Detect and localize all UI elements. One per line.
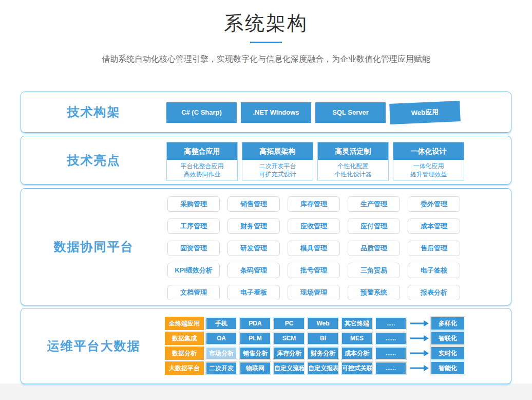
bigdata-chip: 成本分析 [341,347,372,359]
bigdata-chip: 销售分析 [240,347,271,359]
bigdata-chip-ellipsis: ...... [375,362,406,374]
highlight-card-body: 二次开发平台 可扩充式设计 [242,161,313,180]
highlight-card-line: 个性化配置 [318,162,388,170]
highlight-card-line: 二次开发平台 [242,162,313,170]
footer-strip [0,384,532,400]
bigdata-chip: 自定义报表 [308,362,338,374]
bigdata-chip: 其它终端 [341,317,372,330]
highlights-label: 技术亮点 [21,136,166,184]
highlight-card-title: 一体化设计 [393,142,464,161]
bigdata-chip: 可控式关联 [341,362,372,374]
bigdata-chip: 自定义流程 [274,362,305,374]
highlight-card-integration: 高整合应用 平台化整合应用 高效协同作业 [166,142,238,180]
highlight-card-title: 高整合应用 [167,142,237,161]
bigdata-chip-ellipsis: ...... [375,332,406,344]
tech-item-csharp: C# (C Sharp) [166,102,237,123]
module-chip: 条码管理 [227,263,280,278]
bigdata-chip: SCM [274,332,305,344]
highlight-card-title: 高灵活定制 [318,142,388,161]
highlights-panel: 技术亮点 高整合应用 平台化整合应用 高效协同作业 高拓展架构 二次开发平台 可… [21,136,511,185]
bigdata-row-integration: 数据集成 OA PLM SCM BI MES ...... 智联化 [165,332,465,345]
module-chip: 售后管理 [408,241,460,256]
module-chip: 销售管理 [227,196,280,212]
bigdata-chip: 手机 [206,317,237,330]
bigdata-row-platform: 大数据平台 二次开发 物联网 自定义流程 自定义报表 可控式关联 ...... … [165,361,465,375]
module-chip: 电子看板 [227,285,280,300]
bigdata-chip: 市场分析 [206,347,237,359]
bigdata-result: 多样化 [431,317,465,330]
page-subtitle: 借助系统自动化核心管理引擎，实现数字化与信息化深度融合，为企业数值化管理应用赋能 [0,54,532,65]
tech-item-sqlserver: SQL Server [315,102,386,123]
module-grid: 采购管理 销售管理 库存管理 生产管理 委外管理 工序管理 财务管理 应收管理 … [167,196,460,300]
highlight-card-title: 高拓展架构 [242,142,313,161]
module-chip: 应付管理 [348,219,400,234]
module-chip: 固资管理 [167,241,220,256]
bigdata-row-tag: 大数据平台 [165,361,204,375]
highlight-card-extension: 高拓展架构 二次开发平台 可扩充式设计 [242,142,313,180]
bigdata-chip: OA [206,332,237,344]
highlight-card-line: 一体化应用 [393,162,464,170]
highlight-card-flexibility: 高灵活定制 个性化配置 个性化设计器 [317,142,389,180]
bigdata-chip-ellipsis: ...... [375,347,406,359]
module-chip: 模具管理 [288,241,340,256]
module-chip: 采购管理 [167,196,220,212]
bigdata-result: 智能化 [431,361,465,375]
arrow-right-icon [410,320,429,326]
bigdata-chip: 库存分析 [274,347,305,359]
bigdata-chip: 财务分析 [308,347,338,359]
bigdata-chip: PDA [240,317,271,330]
module-chip: 预警系统 [348,285,400,300]
bigdata-row-tag: 全终端应用 [165,317,204,330]
module-chip: 研发管理 [227,241,280,256]
module-chip: 批号管理 [288,263,340,278]
tech-stack-panel: 技术构架 C# (C Sharp) .NET Windows SQL Serve… [21,92,511,133]
bigdata-chip: MES [341,332,372,344]
bigdata-result: 实时化 [431,347,465,360]
platform-label: 数据协同平台 [21,189,166,305]
module-chip: 工序管理 [167,219,220,234]
arrow-right-icon [410,365,429,371]
highlight-card-line: 个性化设计器 [318,170,388,178]
bigdata-row-tag: 数据分析 [165,347,204,360]
module-chip: 品质管理 [348,241,400,256]
module-chip: 报表分析 [408,285,460,300]
bigdata-row-tag: 数据集成 [165,332,204,345]
module-chip: 现场管理 [288,285,340,300]
tech-stack-buttons: C# (C Sharp) .NET Windows SQL Server Web… [166,102,460,123]
bigdata-panel: 运维平台大数据 全终端应用 手机 PDA PC Web 其它终端 ..... 多… [21,308,511,384]
bigdata-row-terminals: 全终端应用 手机 PDA PC Web 其它终端 ..... 多样化 [165,317,465,330]
arrow-right-icon [410,335,429,341]
bigdata-result: 智联化 [431,332,465,345]
module-chip: 库存管理 [288,196,340,212]
platform-panel: 数据协同平台 采购管理 销售管理 库存管理 生产管理 委外管理 工序管理 财务管… [21,188,511,305]
tech-stack-label: 技术构架 [21,92,166,132]
module-chip: 生产管理 [348,196,400,212]
bigdata-chip: 二次开发 [206,362,237,374]
module-chip: 成本管理 [408,219,460,234]
highlight-card-body: 平台化整合应用 高效协同作业 [167,161,237,180]
title-underline [250,42,282,43]
bigdata-chip-ellipsis: ..... [375,317,406,330]
bigdata-chip: Web [308,317,338,330]
module-chip: 财务管理 [227,219,280,234]
module-chip: 文档管理 [167,285,220,300]
highlight-card-line: 提升管理效益 [393,170,464,178]
module-chip: KPI绩效分析 [167,263,220,278]
bigdata-chip: PC [274,317,305,330]
module-chip: 三角贸易 [348,263,400,278]
module-chip: 应收管理 [288,219,340,234]
module-chip: 电子签核 [408,263,460,278]
highlight-card-body: 一体化应用 提升管理效益 [393,161,464,180]
highlight-card-line: 平台化整合应用 [167,162,237,170]
highlight-card-line: 高效协同作业 [167,170,237,178]
tech-item-dotnet: .NET Windows [241,102,311,123]
module-chip: 委外管理 [408,196,460,212]
bigdata-chip: PLM [240,332,271,344]
highlight-card-allinone: 一体化设计 一体化应用 提升管理效益 [393,142,464,180]
bigdata-row-analysis: 数据分析 市场分析 销售分析 库存分析 财务分析 成本分析 ...... 实时化 [165,347,465,360]
bigdata-chip: 物联网 [240,362,271,374]
bigdata-label: 运维平台大数据 [21,308,166,384]
highlight-cards: 高整合应用 平台化整合应用 高效协同作业 高拓展架构 二次开发平台 可扩充式设计… [166,142,464,180]
page: 系统架构 借助系统自动化核心管理引擎，实现数字化与信息化深度融合，为企业数值化管… [0,0,532,400]
bigdata-chip: BI [308,332,338,344]
